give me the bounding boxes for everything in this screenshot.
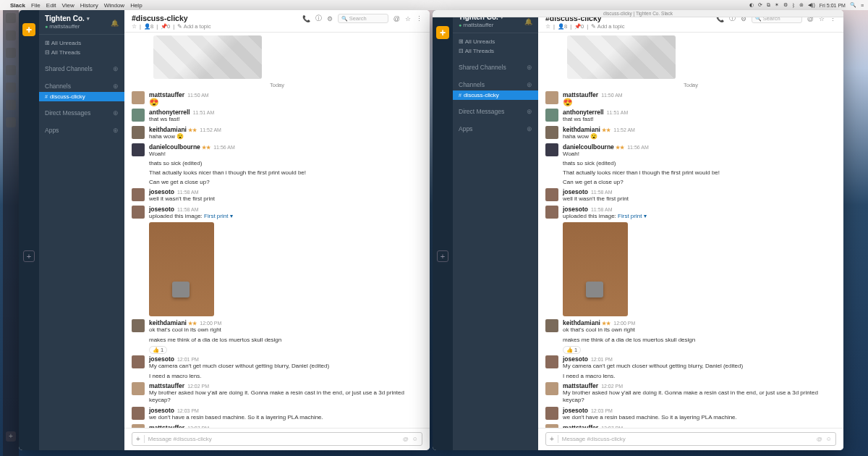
avatar[interactable]: [545, 355, 558, 368]
wifi-icon[interactable]: ⊚: [799, 2, 804, 8]
message[interactable]: keithdamiani ★★12:00 PMok that's cool in…: [545, 319, 836, 334]
message-author[interactable]: danielcoulbourne ★★: [149, 143, 210, 151]
add-workspace[interactable]: +: [437, 250, 448, 262]
message[interactable]: keithdamiani ★★12:00 PMok that's cool in…: [132, 319, 422, 334]
search-input[interactable]: Search: [338, 14, 388, 23]
avatar[interactable]: [545, 206, 558, 219]
mention-icon[interactable]: @: [817, 436, 822, 442]
avatar[interactable]: [545, 188, 558, 201]
message[interactable]: josesoto11:58 AMwell it wasn't the first…: [132, 188, 422, 203]
mention-icon[interactable]: @: [403, 436, 409, 442]
dock-app[interactable]: [6, 30, 16, 41]
message[interactable]: mattstauffer12:02 PMMy brother asked how…: [132, 382, 422, 405]
composer-input[interactable]: + Message #discuss-clicky @☺: [545, 432, 836, 446]
message[interactable]: mattstauffer12:02 PMMy brother asked how…: [545, 382, 836, 405]
message-author[interactable]: keithdamiani ★★: [149, 319, 197, 326]
dock-app[interactable]: [6, 65, 16, 75]
menu-edit[interactable]: Edit: [46, 2, 56, 9]
phone-icon[interactable]: 📞: [302, 15, 310, 22]
avatar[interactable]: [545, 109, 558, 122]
section-shared[interactable]: Shared Channels⊕: [45, 65, 119, 72]
message[interactable]: josesoto12:03 PMwe don't have a resin ba…: [132, 407, 422, 422]
all-threads[interactable]: ⊟ All Threads: [459, 46, 532, 56]
image-attachment[interactable]: [149, 222, 214, 316]
star-icon[interactable]: ☆: [132, 23, 137, 30]
avatar[interactable]: [132, 91, 145, 104]
section-channels[interactable]: Channels⊕: [45, 83, 119, 90]
message-author[interactable]: keithdamiani ★★: [149, 126, 197, 133]
message-author[interactable]: josesoto: [149, 407, 174, 414]
message[interactable]: josesoto11:58 AMwell it wasn't the first…: [545, 188, 836, 203]
menu-help[interactable]: Help: [130, 2, 142, 9]
message[interactable]: anthonyterrell11:51 AMthat ws fast!: [132, 109, 422, 124]
message-author[interactable]: josesoto: [149, 355, 174, 363]
message[interactable]: mattstauffer11:50 AM😍: [545, 91, 836, 106]
browser-tab[interactable]: discuss-clicky | Tighten Co. Slack: [433, 10, 843, 17]
message-author[interactable]: keithdamiani ★★: [563, 126, 610, 133]
attachment-link[interactable]: First print ▾: [618, 213, 647, 219]
image-attachment[interactable]: [153, 35, 262, 79]
notif-icon[interactable]: ≡: [861, 2, 864, 8]
workspace-icon[interactable]: +: [22, 23, 35, 36]
image-attachment[interactable]: [567, 35, 676, 79]
avatar[interactable]: [132, 188, 145, 201]
message-list[interactable]: Todaymattstauffer11:50 AM😍anthonyterrell…: [124, 33, 430, 428]
message-author[interactable]: josesoto: [563, 188, 588, 195]
message-author[interactable]: josesoto: [149, 188, 174, 195]
composer-input[interactable]: + Message #discuss-clicky @☺: [132, 432, 422, 446]
message[interactable]: keithdamiani ★★11:52 AMhaha wow 😮: [545, 126, 836, 141]
channel-active[interactable]: discuss-clicky: [453, 90, 538, 100]
message-author[interactable]: josesoto: [563, 206, 588, 213]
message[interactable]: danielcoulbourne ★★11:56 AMWoah!: [132, 143, 422, 159]
message-author[interactable]: keithdamiani ★★: [563, 319, 610, 326]
status-icon[interactable]: ᛒ: [792, 2, 795, 8]
settings-icon[interactable]: ⚙: [327, 15, 333, 22]
menu-file[interactable]: File: [31, 2, 41, 9]
attach-icon[interactable]: +: [550, 435, 558, 443]
emoji-icon[interactable]: ☺: [412, 436, 418, 442]
emoji-icon[interactable]: ☺: [826, 436, 832, 442]
message-author[interactable]: mattstauffer: [563, 382, 598, 389]
avatar[interactable]: [132, 206, 145, 219]
dock-add[interactable]: +: [6, 431, 16, 442]
dock-app[interactable]: [6, 100, 16, 110]
avatar[interactable]: [545, 319, 558, 332]
message-author[interactable]: mattstauffer: [149, 382, 184, 389]
message[interactable]: josesoto11:58 AMuploaded this image: Fir…: [132, 206, 422, 221]
app-name[interactable]: Slack: [10, 2, 25, 9]
pin-count[interactable]: 📌0: [574, 23, 584, 30]
message-author[interactable]: josesoto: [563, 355, 588, 363]
avatar[interactable]: [132, 407, 145, 420]
section-shared[interactable]: Shared Channels⊕: [459, 64, 532, 71]
dock-app[interactable]: [6, 13, 16, 23]
workspace-icon[interactable]: +: [436, 26, 449, 39]
reaction-pill[interactable]: 👍 1: [563, 346, 581, 354]
avatar[interactable]: [545, 143, 558, 156]
all-unreads[interactable]: ⊞ All Unreads: [459, 37, 532, 46]
menu-history[interactable]: History: [80, 2, 98, 9]
clock[interactable]: Fri 5:01 PM: [820, 2, 846, 8]
message-author[interactable]: danielcoulbourne ★★: [563, 143, 624, 151]
avatar[interactable]: [132, 143, 145, 156]
volume-icon[interactable]: ◀)): [808, 2, 815, 8]
message[interactable]: anthonyterrell11:51 AMthat ws fast!: [545, 109, 836, 124]
message[interactable]: danielcoulbourne ★★11:56 AMWoah!: [545, 143, 836, 159]
member-count[interactable]: 👤8: [144, 23, 153, 30]
attachment-link[interactable]: First print ▾: [204, 213, 233, 219]
avatar[interactable]: [132, 355, 145, 368]
menu-view[interactable]: View: [62, 2, 75, 9]
spotlight-icon[interactable]: 🔍: [850, 2, 856, 8]
avatar[interactable]: [132, 319, 145, 332]
notifications-icon[interactable]: 🔔: [524, 18, 532, 25]
mentions-icon[interactable]: @: [393, 15, 400, 22]
message[interactable]: mattstauffer11:50 AM😍: [132, 91, 422, 106]
section-dms[interactable]: Direct Messages⊕: [459, 108, 532, 115]
message[interactable]: josesoto12:01 PMMy camera can't get much…: [132, 355, 422, 371]
team-header[interactable]: Tighten Co. mattstauffer 🔔: [39, 10, 124, 35]
status-icon[interactable]: ✶: [775, 2, 779, 8]
info-icon[interactable]: ⓘ: [315, 14, 322, 23]
reaction-pill[interactable]: 👍 1: [149, 346, 167, 354]
all-unreads[interactable]: ⊞ All Unreads: [45, 38, 119, 48]
notifications-icon[interactable]: 🔔: [111, 20, 119, 27]
avatar[interactable]: [132, 109, 145, 122]
